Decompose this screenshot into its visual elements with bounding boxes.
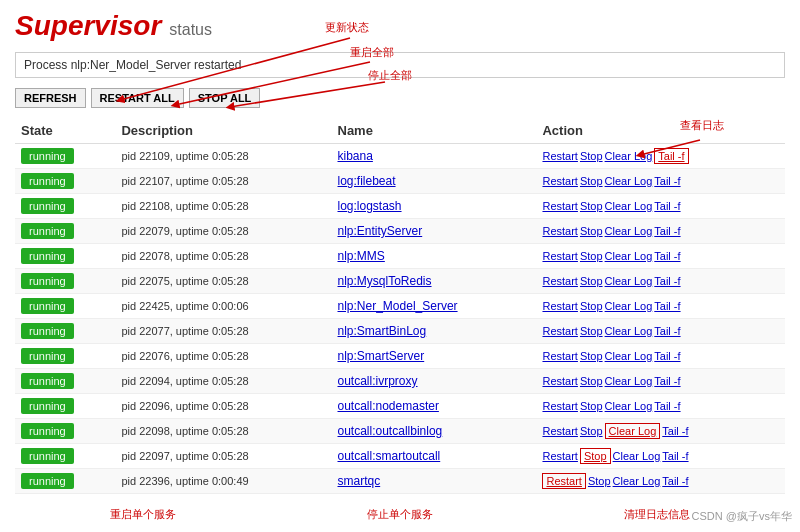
stop-link[interactable]: Stop bbox=[580, 300, 603, 312]
stop-link[interactable]: Stop bbox=[580, 250, 603, 262]
process-name-link[interactable]: outcall:nodemaster bbox=[338, 399, 439, 413]
process-name-link[interactable]: kibana bbox=[338, 149, 373, 163]
state-badge: running bbox=[21, 173, 74, 189]
restart-all-button[interactable]: RESTART ALL bbox=[91, 88, 184, 108]
restart-link[interactable]: Restart bbox=[542, 225, 577, 237]
cell-description: pid 22077, uptime 0:05:28 bbox=[115, 319, 331, 344]
tailf-link[interactable]: Tail -f bbox=[654, 148, 688, 164]
label-restart-single: 重启单个服务 bbox=[110, 507, 176, 522]
restart-link[interactable]: Restart bbox=[542, 425, 577, 437]
clearlog-link[interactable]: Clear Log bbox=[605, 400, 653, 412]
clearlog-link[interactable]: Clear Log bbox=[613, 475, 661, 487]
process-name-link[interactable]: outcall:ivrproxy bbox=[338, 374, 418, 388]
clearlog-link[interactable]: Clear Log bbox=[605, 350, 653, 362]
clearlog-link[interactable]: Clear Log bbox=[605, 200, 653, 212]
stop-link[interactable]: Stop bbox=[580, 448, 611, 464]
label-clear-log: 清理日志信息 bbox=[624, 507, 690, 522]
clearlog-link[interactable]: Clear Log bbox=[605, 300, 653, 312]
restart-link[interactable]: Restart bbox=[542, 200, 577, 212]
header: Supervisor status bbox=[0, 0, 800, 47]
process-name-link[interactable]: nlp:SmartServer bbox=[338, 349, 425, 363]
cell-state: running bbox=[15, 269, 115, 294]
clearlog-link[interactable]: Clear Log bbox=[605, 275, 653, 287]
clearlog-link[interactable]: Clear Log bbox=[605, 150, 653, 162]
cell-description: pid 22396, uptime 0:00:49 bbox=[115, 469, 331, 494]
restart-link[interactable]: Restart bbox=[542, 400, 577, 412]
tailf-link[interactable]: Tail -f bbox=[662, 450, 688, 462]
cell-description: pid 22107, uptime 0:05:28 bbox=[115, 169, 331, 194]
process-name-link[interactable]: smartqc bbox=[338, 474, 381, 488]
tailf-link[interactable]: Tail -f bbox=[654, 350, 680, 362]
clearlog-link[interactable]: Clear Log bbox=[605, 423, 661, 439]
stop-link[interactable]: Stop bbox=[580, 350, 603, 362]
process-name-link[interactable]: nlp:MMS bbox=[338, 249, 385, 263]
clearlog-link[interactable]: Clear Log bbox=[605, 250, 653, 262]
stop-link[interactable]: Stop bbox=[580, 375, 603, 387]
restart-link[interactable]: Restart bbox=[542, 325, 577, 337]
stop-link[interactable]: Stop bbox=[580, 325, 603, 337]
cell-state: running bbox=[15, 169, 115, 194]
process-name-link[interactable]: nlp:SmartBinLog bbox=[338, 324, 427, 338]
tailf-link[interactable]: Tail -f bbox=[654, 400, 680, 412]
clearlog-link[interactable]: Clear Log bbox=[605, 375, 653, 387]
cell-name: outcall:outcallbinlog bbox=[332, 419, 537, 444]
restart-link[interactable]: Restart bbox=[542, 450, 577, 462]
tailf-link[interactable]: Tail -f bbox=[654, 300, 680, 312]
cell-name: outcall:smartoutcall bbox=[332, 444, 537, 469]
restart-link[interactable]: Restart bbox=[542, 473, 585, 489]
table-row: runningpid 22078, uptime 0:05:28nlp:MMSR… bbox=[15, 244, 785, 269]
table-row: runningpid 22094, uptime 0:05:28outcall:… bbox=[15, 369, 785, 394]
tailf-link[interactable]: Tail -f bbox=[654, 200, 680, 212]
tailf-link[interactable]: Tail -f bbox=[654, 250, 680, 262]
tailf-link[interactable]: Tail -f bbox=[662, 475, 688, 487]
app-title: Supervisor bbox=[15, 10, 161, 42]
stop-link[interactable]: Stop bbox=[580, 225, 603, 237]
process-name-link[interactable]: nlp:Ner_Model_Server bbox=[338, 299, 458, 313]
cell-action: RestartStopClear LogTail -f bbox=[536, 419, 785, 444]
stop-link[interactable]: Stop bbox=[580, 150, 603, 162]
refresh-button[interactable]: REFRESH bbox=[15, 88, 86, 108]
cell-description: pid 22425, uptime 0:00:06 bbox=[115, 294, 331, 319]
tailf-link[interactable]: Tail -f bbox=[654, 275, 680, 287]
restart-link[interactable]: Restart bbox=[542, 150, 577, 162]
process-name-link[interactable]: log:filebeat bbox=[338, 174, 396, 188]
stop-link[interactable]: Stop bbox=[580, 200, 603, 212]
stop-link[interactable]: Stop bbox=[580, 175, 603, 187]
cell-description: pid 22096, uptime 0:05:28 bbox=[115, 394, 331, 419]
cell-action: RestartStopClear LogTail -f bbox=[536, 244, 785, 269]
restart-link[interactable]: Restart bbox=[542, 300, 577, 312]
restart-link[interactable]: Restart bbox=[542, 275, 577, 287]
restart-link[interactable]: Restart bbox=[542, 375, 577, 387]
tailf-link[interactable]: Tail -f bbox=[654, 175, 680, 187]
col-state: State bbox=[15, 118, 115, 144]
stop-link[interactable]: Stop bbox=[580, 425, 603, 437]
state-badge: running bbox=[21, 298, 74, 314]
clearlog-link[interactable]: Clear Log bbox=[605, 175, 653, 187]
process-name-link[interactable]: log:logstash bbox=[338, 199, 402, 213]
col-name: Name bbox=[332, 118, 537, 144]
stop-link[interactable]: Stop bbox=[580, 400, 603, 412]
cell-action: RestartStopClear LogTail -f bbox=[536, 294, 785, 319]
process-name-link[interactable]: nlp:MysqlToRedis bbox=[338, 274, 432, 288]
process-name-link[interactable]: outcall:smartoutcall bbox=[338, 449, 441, 463]
tailf-link[interactable]: Tail -f bbox=[654, 325, 680, 337]
clearlog-link[interactable]: Clear Log bbox=[613, 450, 661, 462]
stop-link[interactable]: Stop bbox=[588, 475, 611, 487]
clearlog-link[interactable]: Clear Log bbox=[605, 225, 653, 237]
process-name-link[interactable]: nlp:EntityServer bbox=[338, 224, 423, 238]
state-badge: running bbox=[21, 198, 74, 214]
cell-action: RestartStopClear LogTail -f bbox=[536, 394, 785, 419]
tailf-link[interactable]: Tail -f bbox=[654, 375, 680, 387]
clearlog-link[interactable]: Clear Log bbox=[605, 325, 653, 337]
tailf-link[interactable]: Tail -f bbox=[654, 225, 680, 237]
restart-link[interactable]: Restart bbox=[542, 250, 577, 262]
table-row: runningpid 22396, uptime 0:00:49smartqcR… bbox=[15, 469, 785, 494]
restart-link[interactable]: Restart bbox=[542, 175, 577, 187]
cell-action: RestartStopClear LogTail -f bbox=[536, 344, 785, 369]
restart-link[interactable]: Restart bbox=[542, 350, 577, 362]
process-name-link[interactable]: outcall:outcallbinlog bbox=[338, 424, 443, 438]
state-badge: running bbox=[21, 398, 74, 414]
stop-all-button[interactable]: STOP ALL bbox=[189, 88, 261, 108]
tailf-link[interactable]: Tail -f bbox=[662, 425, 688, 437]
stop-link[interactable]: Stop bbox=[580, 275, 603, 287]
